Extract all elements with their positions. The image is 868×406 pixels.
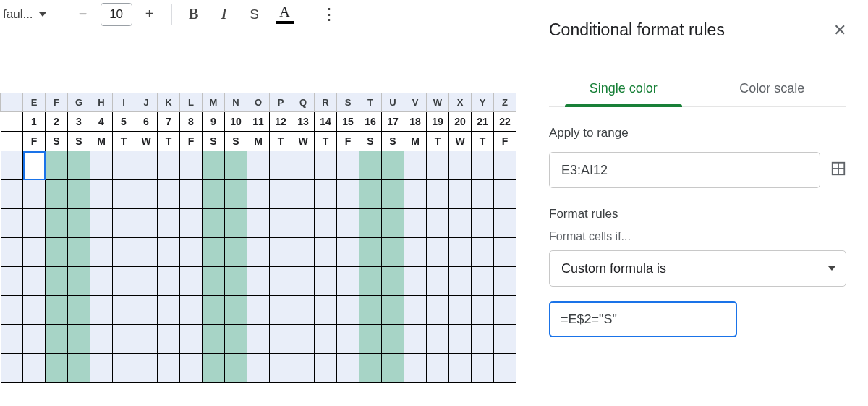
cell[interactable]: T — [270, 132, 292, 151]
cell[interactable] — [90, 180, 113, 209]
cell[interactable]: T — [427, 132, 449, 151]
column-header[interactable]: X — [449, 93, 472, 112]
cell[interactable] — [68, 296, 90, 325]
column-header[interactable]: T — [359, 93, 382, 112]
cell[interactable] — [404, 354, 427, 383]
cell[interactable] — [90, 296, 113, 325]
cell[interactable]: S — [382, 132, 404, 151]
cell[interactable]: 14 — [315, 112, 337, 132]
cell[interactable] — [203, 180, 225, 209]
cell[interactable] — [404, 296, 427, 325]
cell[interactable] — [247, 209, 270, 238]
cell[interactable] — [113, 151, 135, 180]
cell[interactable] — [404, 267, 427, 296]
cell[interactable] — [315, 267, 337, 296]
cell[interactable] — [292, 267, 315, 296]
cell[interactable]: 22 — [494, 112, 516, 132]
cell[interactable] — [203, 209, 225, 238]
cell[interactable] — [404, 151, 427, 180]
cell[interactable]: M — [90, 132, 113, 151]
cell[interactable]: S — [203, 132, 225, 151]
cell[interactable] — [68, 325, 90, 354]
cell[interactable] — [158, 325, 180, 354]
cell[interactable] — [225, 354, 247, 383]
column-header[interactable]: Q — [292, 93, 315, 112]
cell[interactable]: 21 — [472, 112, 494, 132]
cell[interactable] — [315, 180, 337, 209]
cell[interactable] — [135, 267, 158, 296]
cell[interactable] — [247, 267, 270, 296]
cell[interactable] — [158, 151, 180, 180]
tab-color-scale[interactable]: Color scale — [698, 72, 847, 106]
cell[interactable]: 11 — [247, 112, 270, 132]
cell[interactable]: 16 — [359, 112, 382, 132]
cell[interactable] — [382, 354, 404, 383]
cell[interactable] — [247, 296, 270, 325]
cell[interactable] — [247, 151, 270, 180]
column-header[interactable]: L — [180, 93, 203, 112]
cell[interactable] — [270, 209, 292, 238]
cell[interactable]: 17 — [382, 112, 404, 132]
cell[interactable] — [247, 325, 270, 354]
cell[interactable] — [359, 209, 382, 238]
cell[interactable] — [472, 151, 494, 180]
cell[interactable] — [472, 354, 494, 383]
column-header[interactable]: K — [158, 93, 180, 112]
cell[interactable] — [68, 238, 90, 267]
cell[interactable]: 9 — [203, 112, 225, 132]
cell[interactable] — [427, 296, 449, 325]
cell[interactable]: F — [494, 132, 516, 151]
cell[interactable] — [46, 180, 68, 209]
cell[interactable] — [382, 151, 404, 180]
cell[interactable] — [427, 180, 449, 209]
cell[interactable] — [180, 296, 203, 325]
cell[interactable]: M — [404, 132, 427, 151]
cell[interactable] — [270, 325, 292, 354]
cell[interactable] — [135, 180, 158, 209]
cell[interactable] — [427, 354, 449, 383]
cell[interactable] — [68, 354, 90, 383]
cell[interactable] — [158, 209, 180, 238]
cell[interactable] — [23, 267, 46, 296]
cell[interactable] — [158, 267, 180, 296]
cell[interactable] — [427, 151, 449, 180]
cell[interactable] — [449, 267, 472, 296]
column-header[interactable]: U — [382, 93, 404, 112]
cell[interactable] — [180, 325, 203, 354]
cell[interactable]: 19 — [427, 112, 449, 132]
cell[interactable] — [382, 325, 404, 354]
cell[interactable] — [359, 354, 382, 383]
cell[interactable] — [23, 296, 46, 325]
cell[interactable]: 3 — [68, 112, 90, 132]
column-header[interactable]: O — [247, 93, 270, 112]
cell[interactable] — [337, 209, 359, 238]
cell[interactable] — [315, 151, 337, 180]
column-header[interactable]: I — [113, 93, 135, 112]
cell[interactable] — [427, 238, 449, 267]
cell[interactable] — [449, 209, 472, 238]
more-button[interactable]: ⋮ — [316, 1, 342, 28]
cell[interactable] — [494, 267, 516, 296]
cell[interactable] — [404, 209, 427, 238]
column-header[interactable]: N — [225, 93, 247, 112]
cell[interactable] — [90, 238, 113, 267]
cell[interactable] — [135, 325, 158, 354]
cell[interactable] — [337, 151, 359, 180]
cell[interactable] — [337, 267, 359, 296]
cell[interactable] — [68, 267, 90, 296]
cell[interactable] — [472, 180, 494, 209]
cell[interactable] — [225, 325, 247, 354]
cell[interactable] — [270, 180, 292, 209]
cell[interactable] — [337, 296, 359, 325]
cell[interactable] — [315, 354, 337, 383]
cell[interactable] — [113, 209, 135, 238]
cell[interactable] — [382, 238, 404, 267]
cell[interactable] — [315, 209, 337, 238]
cell[interactable] — [270, 151, 292, 180]
column-header[interactable]: S — [337, 93, 359, 112]
cell[interactable] — [494, 151, 516, 180]
cell[interactable] — [225, 267, 247, 296]
cell[interactable] — [449, 238, 472, 267]
cell[interactable] — [472, 267, 494, 296]
cell[interactable] — [382, 180, 404, 209]
